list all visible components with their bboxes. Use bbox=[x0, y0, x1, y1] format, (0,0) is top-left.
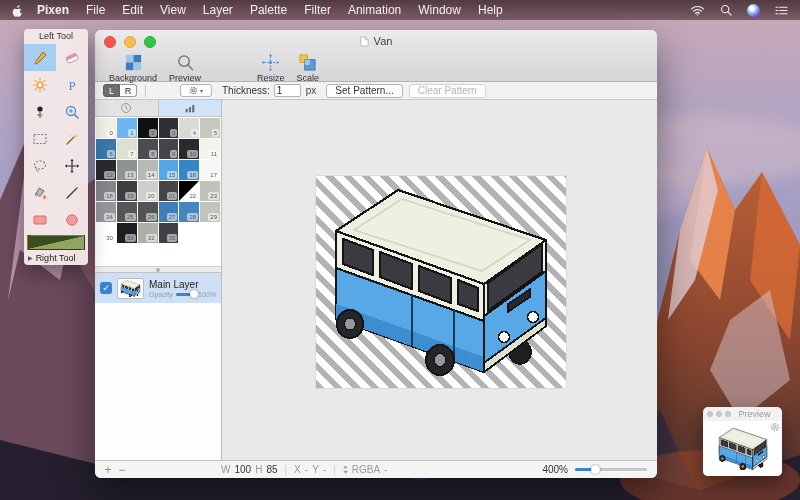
swatch-17[interactable]: 17 bbox=[200, 160, 220, 180]
menu-app-name[interactable]: Pixen bbox=[37, 3, 69, 17]
swatch-21[interactable]: 21 bbox=[159, 181, 179, 201]
remove-layer-button[interactable]: − bbox=[115, 463, 129, 477]
swatch-23[interactable]: 23 bbox=[200, 181, 220, 201]
swatch-24[interactable]: 24 bbox=[96, 202, 116, 222]
swatch-28[interactable]: 28 bbox=[179, 202, 199, 222]
stepper-icon[interactable] bbox=[343, 465, 348, 474]
swatch-7[interactable]: 7 bbox=[117, 139, 137, 159]
tool-lasso[interactable] bbox=[24, 152, 56, 179]
swatch-4[interactable]: 4 bbox=[179, 118, 199, 138]
swatch-2[interactable]: 2 bbox=[138, 118, 158, 138]
menu-item-edit[interactable]: Edit bbox=[122, 3, 143, 17]
tool-dodge[interactable] bbox=[24, 71, 56, 98]
menu-item-animation[interactable]: Animation bbox=[348, 3, 401, 17]
background-button[interactable]: Background bbox=[109, 53, 157, 83]
tool-palette-window[interactable]: Left Tool P ▶ Right Tool bbox=[24, 29, 88, 265]
minimize-button[interactable] bbox=[124, 36, 136, 48]
swatch-32[interactable]: 32 bbox=[138, 223, 158, 243]
swatch-1[interactable]: 1 bbox=[117, 118, 137, 138]
swatch-25[interactable]: 25 bbox=[117, 202, 137, 222]
tool-line[interactable] bbox=[56, 179, 88, 206]
right-color-segment[interactable]: R bbox=[120, 84, 137, 97]
tool-settings-dropdown[interactable]: ▾ bbox=[180, 84, 212, 97]
tool-eraser[interactable] bbox=[56, 44, 88, 71]
recent-colors-tab[interactable] bbox=[95, 100, 159, 116]
menu-item-help[interactable]: Help bbox=[478, 3, 503, 17]
tool-wand[interactable] bbox=[56, 125, 88, 152]
swatch-33[interactable]: 33 bbox=[159, 223, 179, 243]
y-value: - bbox=[323, 464, 326, 475]
window-title-area: Van bbox=[95, 30, 657, 52]
swatch-8[interactable]: 8 bbox=[138, 139, 158, 159]
swatch-27[interactable]: 27 bbox=[159, 202, 179, 222]
menu-item-window[interactable]: Window bbox=[418, 3, 461, 17]
swatch-30[interactable]: 30 bbox=[96, 223, 116, 243]
close-button[interactable] bbox=[104, 36, 116, 48]
swatch-16[interactable]: 16 bbox=[179, 160, 199, 180]
swatch-31[interactable]: 31 bbox=[117, 223, 137, 243]
color-gradient-well[interactable] bbox=[27, 235, 85, 250]
canvas-area[interactable] bbox=[222, 100, 657, 460]
opacity-slider[interactable] bbox=[176, 293, 195, 296]
swatch-19[interactable]: 19 bbox=[117, 181, 137, 201]
swatch-12[interactable]: 12 bbox=[96, 160, 116, 180]
menu-item-view[interactable]: View bbox=[160, 3, 186, 17]
notification-center-icon[interactable] bbox=[775, 5, 788, 16]
zoom-window-button[interactable] bbox=[144, 36, 156, 48]
swatch-11[interactable]: 11 bbox=[200, 139, 220, 159]
left-color-segment[interactable]: L bbox=[103, 84, 120, 97]
swatch-9[interactable]: 9 bbox=[159, 139, 179, 159]
menu-item-palette[interactable]: Palette bbox=[250, 3, 287, 17]
tool-rect-select[interactable] bbox=[24, 125, 56, 152]
clear-pattern-button[interactable]: Clear Pattern bbox=[409, 84, 486, 98]
menu-item-filter[interactable]: Filter bbox=[304, 3, 331, 17]
swatch-22[interactable]: 22 bbox=[179, 181, 199, 201]
swatch-0[interactable]: 0 bbox=[96, 118, 116, 138]
tool-ellipse[interactable] bbox=[56, 206, 88, 233]
swatch-18[interactable]: 18 bbox=[96, 181, 116, 201]
color-mode-label[interactable]: RGBA bbox=[352, 464, 380, 475]
menu-item-layer[interactable]: Layer bbox=[203, 3, 233, 17]
set-pattern-button[interactable]: Set Pattern... bbox=[326, 84, 402, 98]
resize-button[interactable]: Resize bbox=[257, 53, 285, 83]
panel-splitter[interactable] bbox=[95, 266, 221, 273]
swatch-20[interactable]: 20 bbox=[138, 181, 158, 201]
swatch-10[interactable]: 10 bbox=[179, 139, 199, 159]
swatch-15[interactable]: 15 bbox=[159, 160, 179, 180]
swatch-5[interactable]: 5 bbox=[200, 118, 220, 138]
preview-window[interactable]: Preview bbox=[703, 407, 782, 476]
tool-move[interactable] bbox=[56, 152, 88, 179]
preview-gear-icon[interactable] bbox=[770, 422, 780, 432]
swatch-14[interactable]: 14 bbox=[138, 160, 158, 180]
preview-button[interactable]: Preview bbox=[169, 53, 201, 83]
tool-text[interactable]: P bbox=[56, 71, 88, 98]
tool-fill[interactable] bbox=[24, 179, 56, 206]
apple-menu[interactable] bbox=[12, 4, 23, 17]
canvas-artboard[interactable] bbox=[316, 176, 566, 388]
swatch-3[interactable]: 3 bbox=[159, 118, 179, 138]
layer-row-main[interactable]: ✓ Main Layer Opacity 100% bbox=[95, 273, 221, 303]
tool-rectangle[interactable] bbox=[24, 206, 56, 233]
layer-visibility-checkbox[interactable]: ✓ bbox=[100, 282, 112, 294]
add-layer-button[interactable]: + bbox=[101, 463, 115, 477]
preview-minimize-button[interactable] bbox=[716, 411, 722, 417]
spotlight-search-icon[interactable] bbox=[720, 4, 732, 16]
thickness-input[interactable] bbox=[274, 84, 301, 97]
chevron-down-icon: ▾ bbox=[200, 87, 203, 94]
swatch-6[interactable]: 6 bbox=[96, 139, 116, 159]
tool-zoom[interactable] bbox=[56, 98, 88, 125]
right-tool-disclosure[interactable]: ▶ Right Tool bbox=[24, 251, 88, 265]
swatch-13[interactable]: 13 bbox=[117, 160, 137, 180]
siri-icon[interactable] bbox=[747, 4, 760, 17]
menu-item-file[interactable]: File bbox=[86, 3, 105, 17]
swatch-26[interactable]: 26 bbox=[138, 202, 158, 222]
tool-pencil[interactable] bbox=[24, 44, 56, 71]
preview-content bbox=[703, 421, 782, 476]
swatch-29[interactable]: 29 bbox=[200, 202, 220, 222]
scale-button[interactable]: Scale bbox=[297, 53, 320, 83]
preview-close-button[interactable] bbox=[707, 411, 713, 417]
wifi-icon[interactable] bbox=[690, 5, 705, 16]
zoom-slider[interactable] bbox=[575, 468, 647, 471]
color-frequency-tab[interactable] bbox=[159, 100, 222, 116]
tool-eyedropper[interactable] bbox=[24, 98, 56, 125]
